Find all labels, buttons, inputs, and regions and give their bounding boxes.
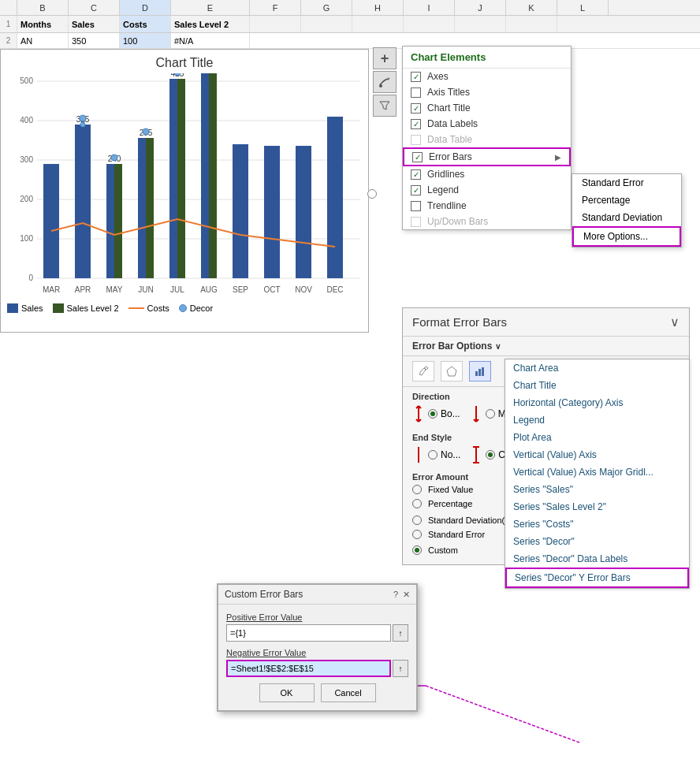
updown-bars-checkbox[interactable]: [411, 217, 421, 227]
svg-text:SEP: SEP: [233, 285, 248, 294]
dd-series-sales[interactable]: Series "Sales": [505, 481, 689, 498]
col-h: H: [352, 0, 404, 15]
dialog-ok-btn[interactable]: OK: [259, 683, 315, 702]
ea-custom-label: Custom: [428, 545, 458, 555]
chart-title-checkbox[interactable]: [411, 103, 421, 114]
chart-element-error-bars[interactable]: Error Bars ▶: [403, 147, 571, 166]
chart-elements-popup: Chart Elements Axes Axis Titles Chart Ti…: [402, 46, 572, 230]
cell-sl2-header: Sales Level 2: [171, 16, 250, 32]
dd-series-decor-labels[interactable]: Series "Decor" Data Labels: [505, 550, 689, 568]
data-labels-checkbox[interactable]: [411, 119, 421, 129]
error-bars-checkbox[interactable]: [412, 152, 423, 162]
ea-custom-radio[interactable]: [412, 545, 422, 555]
end-style-cap-radio[interactable]: [486, 450, 495, 460]
positive-error-range-btn[interactable]: ↑: [393, 624, 408, 642]
legend-sl2: Sales Level 2: [53, 303, 119, 313]
svg-text:300: 300: [20, 155, 33, 164]
col-f: F: [250, 0, 301, 15]
bar-chart-icon[interactable]: [469, 361, 491, 382]
direction-both-radio[interactable]: [428, 409, 438, 419]
dd-plot-area[interactable]: Plot Area: [505, 429, 689, 446]
cell-sales-header: Sales: [69, 16, 120, 32]
chart-element-axis-titles[interactable]: Axis Titles: [403, 84, 571, 100]
positive-error-input[interactable]: [226, 624, 391, 642]
svg-rect-16: [106, 164, 114, 278]
dd-series-sl2[interactable]: Series "Sales Level 2": [505, 498, 689, 515]
chart-element-data-table[interactable]: Data Table: [403, 132, 571, 147]
chart-legend: Sales Sales Level 2 Costs Decor: [1, 300, 368, 316]
format-panel-close-btn[interactable]: ∨: [670, 315, 680, 329]
format-subtitle-dropdown-icon: ∨: [495, 342, 501, 351]
svg-rect-34: [327, 117, 343, 278]
svg-marker-48: [447, 367, 456, 376]
submenu-std-deviation[interactable]: Standard Deviation: [572, 209, 681, 226]
svg-text:400: 400: [20, 116, 33, 125]
axis-titles-label: Axis Titles: [427, 87, 470, 98]
dialog-cancel-btn[interactable]: Cancel: [321, 683, 376, 702]
negative-error-range-btn[interactable]: ↑: [393, 660, 408, 677]
pentagon-icon[interactable]: [441, 361, 463, 382]
submenu-percentage[interactable]: Percentage: [572, 192, 681, 209]
chart-element-axes[interactable]: Axes: [403, 69, 571, 84]
paint-bucket-icon: [417, 365, 430, 378]
axes-checkbox[interactable]: [411, 72, 421, 82]
legend-decor: Decor: [179, 303, 213, 313]
chart-element-gridlines[interactable]: Gridlines: [403, 166, 571, 182]
dd-series-decor[interactable]: Series "Decor": [505, 533, 689, 550]
chart-element-chart-title[interactable]: Chart Title: [403, 100, 571, 116]
chart-element-trendline[interactable]: Trendline: [403, 198, 571, 214]
dd-horiz-axis[interactable]: Horizontal (Category) Axis: [505, 394, 689, 411]
format-panel-header: Format Error Bars ∨: [403, 308, 689, 337]
svg-rect-12: [43, 164, 59, 278]
axes-label: Axes: [427, 71, 449, 82]
add-element-btn[interactable]: +: [373, 47, 397, 69]
chart-element-updown-bars[interactable]: Up/Down Bars: [403, 214, 571, 229]
chart-style-btn[interactable]: [373, 71, 397, 93]
svg-point-47: [379, 84, 382, 87]
positive-error-row: ↑: [226, 624, 408, 642]
dd-chart-title[interactable]: Chart Title: [505, 377, 689, 394]
paint-icon[interactable]: [412, 361, 434, 382]
dialog-close-btn[interactable]: ✕: [403, 590, 410, 600]
negative-error-input[interactable]: [226, 660, 391, 677]
ea-pct-radio[interactable]: [412, 499, 422, 508]
ea-fixed-radio[interactable]: [412, 485, 422, 494]
axis-titles-checkbox[interactable]: [411, 87, 421, 98]
dialog-help-btn[interactable]: ?: [393, 590, 398, 600]
svg-text:100: 100: [20, 234, 33, 243]
submenu-standard-error[interactable]: Standard Error: [572, 174, 681, 192]
direction-minus-radio[interactable]: [486, 409, 495, 419]
ea-stderr-radio[interactable]: [412, 530, 422, 539]
cell-h1: [404, 16, 455, 32]
dd-vert-axis[interactable]: Vertical (Value) Axis: [505, 446, 689, 463]
dd-legend[interactable]: Legend: [505, 411, 689, 429]
trendline-checkbox[interactable]: [411, 201, 421, 211]
legend-sales: Sales: [7, 303, 43, 313]
dd-chart-area[interactable]: Chart Area: [505, 359, 689, 377]
svg-text:0: 0: [28, 274, 33, 282]
format-panel-subtitle[interactable]: Error Bar Options ∨: [403, 337, 689, 356]
gridlines-checkbox[interactable]: [411, 169, 421, 180]
col-d: D: [120, 0, 171, 15]
ea-fixed-label: Fixed Value: [428, 485, 473, 494]
submenu-more-options[interactable]: More Options...: [572, 226, 681, 247]
chart-element-data-labels[interactable]: Data Labels: [403, 116, 571, 132]
ea-stdev-radio[interactable]: [412, 515, 422, 525]
svg-rect-13: [75, 125, 91, 278]
svg-text:OCT: OCT: [263, 285, 280, 294]
end-style-nocap-radio[interactable]: [428, 450, 438, 460]
legend-sl2-color: [53, 303, 64, 313]
chart-filter-btn[interactable]: [373, 95, 397, 117]
end-style-no-label: No...: [441, 449, 460, 460]
svg-text:200: 200: [20, 195, 33, 203]
cell-e1: [250, 16, 301, 32]
chart-element-legend[interactable]: Legend: [403, 182, 571, 198]
dd-vert-gridlines[interactable]: Vertical (Value) Axis Major Gridl...: [505, 463, 689, 481]
legend-checkbox[interactable]: [411, 185, 421, 195]
dd-series-costs[interactable]: Series "Costs": [505, 515, 689, 533]
chart-handle[interactable]: [367, 189, 377, 199]
data-table-checkbox[interactable]: [411, 135, 421, 145]
dd-series-decor-error-bars[interactable]: Series "Decor" Y Error Bars: [505, 568, 689, 588]
svg-point-15: [80, 115, 86, 121]
ea-stderr-label: Standard Error: [428, 530, 485, 539]
